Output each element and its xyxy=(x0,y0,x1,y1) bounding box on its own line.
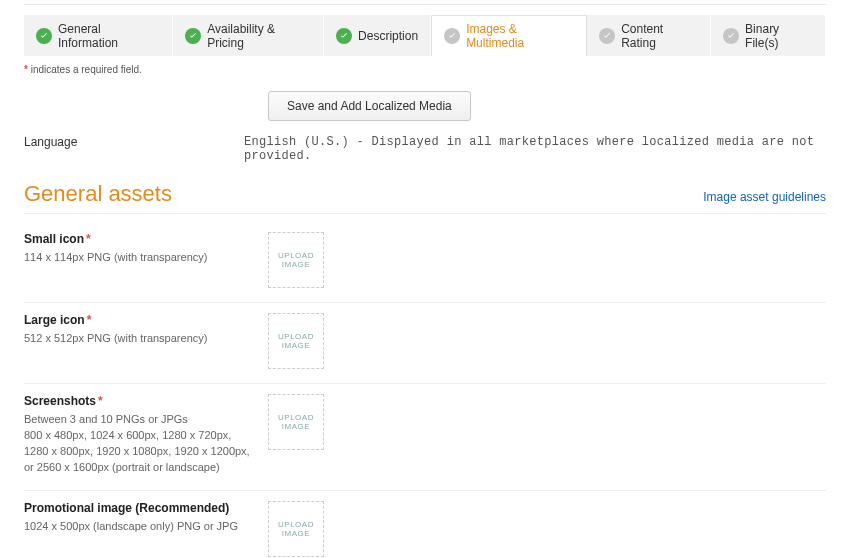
check-circle-icon xyxy=(444,28,460,44)
asset-title: Promotional image (Recommended) xyxy=(24,501,250,515)
section-title: General assets xyxy=(24,181,172,207)
asset-screenshots: Screenshots* Between 3 and 10 PNGs or JP… xyxy=(24,384,826,491)
check-circle-icon xyxy=(36,28,52,44)
asset-desc: 114 x 114px PNG (with transparency) xyxy=(24,250,250,266)
check-circle-icon xyxy=(185,28,201,44)
asset-large-icon: Large icon* 512 x 512px PNG (with transp… xyxy=(24,303,826,384)
asset-title: Large icon* xyxy=(24,313,250,327)
tab-label: Images & Multimedia xyxy=(466,22,574,50)
upload-image-large-icon[interactable]: UPLOADIMAGE xyxy=(268,313,324,369)
upload-image-screenshots[interactable]: UPLOADIMAGE xyxy=(268,394,324,450)
asset-desc: 512 x 512px PNG (with transparency) xyxy=(24,331,250,347)
tab-general-information[interactable]: General Information xyxy=(24,15,173,56)
tab-availability-pricing[interactable]: Availability & Pricing xyxy=(173,15,324,56)
tab-label: Description xyxy=(358,29,418,43)
tab-images-multimedia[interactable]: Images & Multimedia xyxy=(431,15,587,56)
tab-label: Content Rating xyxy=(621,22,698,50)
tab-description[interactable]: Description xyxy=(324,15,431,56)
language-label: Language xyxy=(24,135,244,149)
required-note: * indicates a required field. xyxy=(24,64,826,75)
asset-desc: 1024 x 500px (landscape only) PNG or JPG xyxy=(24,519,250,535)
tab-label: Availability & Pricing xyxy=(207,22,311,50)
tab-label: Binary File(s) xyxy=(745,22,813,50)
asset-title: Screenshots* xyxy=(24,394,250,408)
save-add-localized-button[interactable]: Save and Add Localized Media xyxy=(268,91,471,121)
tab-binary-files[interactable]: Binary File(s) xyxy=(711,15,826,56)
asset-title: Small icon* xyxy=(24,232,250,246)
check-circle-icon xyxy=(336,28,352,44)
asset-promotional-image: Promotional image (Recommended) 1024 x 5… xyxy=(24,491,826,558)
language-value: English (U.S.) - Displayed in all market… xyxy=(244,135,826,163)
tab-label: General Information xyxy=(58,22,160,50)
tab-bar: General Information Availability & Prici… xyxy=(24,15,826,56)
check-circle-icon xyxy=(599,28,615,44)
upload-image-promo[interactable]: UPLOADIMAGE xyxy=(268,501,324,557)
image-asset-guidelines-link[interactable]: Image asset guidelines xyxy=(703,190,826,204)
asset-desc: Between 3 and 10 PNGs or JPGs 800 x 480p… xyxy=(24,412,250,476)
check-circle-icon xyxy=(723,28,739,44)
upload-image-small-icon[interactable]: UPLOADIMAGE xyxy=(268,232,324,288)
asset-small-icon: Small icon* 114 x 114px PNG (with transp… xyxy=(24,222,826,303)
tab-content-rating[interactable]: Content Rating xyxy=(587,15,711,56)
